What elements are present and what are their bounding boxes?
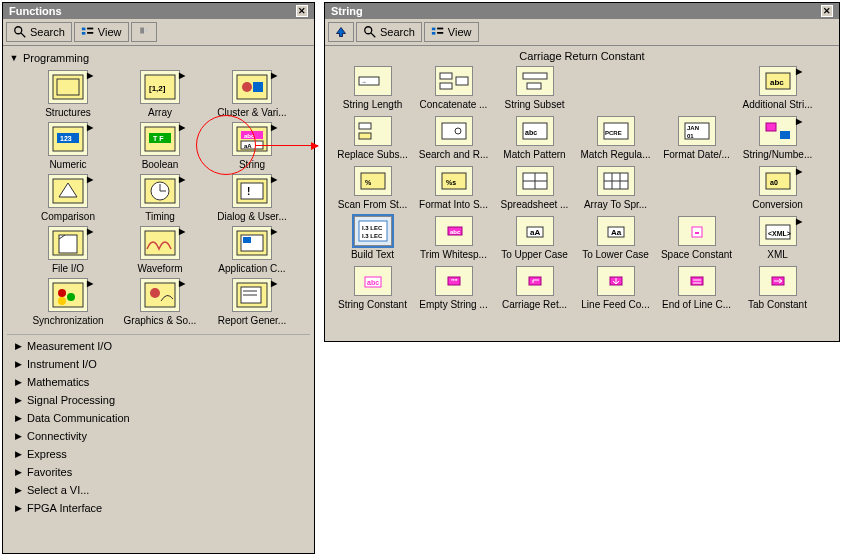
string-item-empty-string[interactable]: "" Empty String ... bbox=[416, 266, 491, 310]
search-button[interactable]: Search bbox=[6, 22, 72, 42]
string-item-replace-subs[interactable]: Replace Subs... bbox=[335, 116, 410, 160]
view-icon bbox=[431, 25, 445, 39]
subpalette-array[interactable]: [1,2] ▶ Array bbox=[117, 70, 203, 118]
pin-button[interactable] bbox=[131, 22, 157, 42]
string-item-string-subset[interactable]: String Subset bbox=[497, 66, 572, 110]
palette-icon: ▶ bbox=[232, 278, 272, 312]
category-label: Select a VI... bbox=[27, 484, 89, 496]
search-icon bbox=[13, 25, 27, 39]
subpalette-file-i-o[interactable]: ▶ File I/O bbox=[25, 226, 111, 274]
category-measurement-i-o[interactable]: Measurement I/O bbox=[7, 337, 310, 355]
palette-label: Tab Constant bbox=[748, 299, 807, 310]
string-item-xml[interactable]: <XML> ▶ XML bbox=[740, 216, 815, 260]
category-select-a-vi[interactable]: Select a VI... bbox=[7, 481, 310, 499]
svg-text:%: % bbox=[365, 179, 372, 186]
svg-text:"": "" bbox=[451, 278, 458, 285]
string-item-conversion[interactable]: a0 ▶ Conversion bbox=[740, 166, 815, 210]
category-signal-processing[interactable]: Signal Processing bbox=[7, 391, 310, 409]
svg-rect-58 bbox=[440, 73, 452, 79]
string-item-concatenate[interactable]: Concatenate ... bbox=[416, 66, 491, 110]
category-data-communication[interactable]: Data Communication bbox=[7, 409, 310, 427]
category-label: Connectivity bbox=[27, 430, 87, 442]
view-button[interactable]: View bbox=[74, 22, 129, 42]
palette-label: Dialog & User... bbox=[217, 211, 286, 222]
string-item-string-numbe[interactable]: ▶ String/Numbe... bbox=[740, 116, 815, 160]
palette-label: Trim Whitesp... bbox=[420, 249, 487, 260]
svg-text:<XML>: <XML> bbox=[768, 230, 791, 237]
string-item-build-text[interactable]: I.3 LECI.3 LEC Build Text bbox=[335, 216, 410, 260]
subpalette-structures[interactable]: ▶ Structures bbox=[25, 70, 111, 118]
svg-line-1 bbox=[21, 33, 25, 37]
string-item-array-to-spr[interactable]: Array To Spr... bbox=[578, 166, 653, 210]
subpalette-graphics-so[interactable]: ▶ Graphics & So... bbox=[117, 278, 203, 326]
search-button[interactable]: Search bbox=[356, 22, 422, 42]
subpalette-timing[interactable]: ▶ Timing bbox=[117, 174, 203, 222]
expand-icon bbox=[13, 467, 23, 477]
category-programming-header[interactable]: Programming bbox=[7, 50, 310, 66]
submenu-arrow-icon: ▶ bbox=[87, 175, 93, 184]
string-item-match-regula[interactable]: PCRE Match Regula... bbox=[578, 116, 653, 160]
subpalette-synchronization[interactable]: ▶ Synchronization bbox=[25, 278, 111, 326]
string-item-additional-stri[interactable]: abc ▶ Additional Stri... bbox=[740, 66, 815, 110]
palette-icon bbox=[678, 216, 716, 246]
palette-label: String Length bbox=[343, 99, 403, 110]
palette-icon: I.3 LECI.3 LEC bbox=[354, 216, 392, 246]
svg-rect-62 bbox=[527, 83, 541, 89]
string-item-carriage-ret[interactable]: Carriage Ret... bbox=[497, 266, 572, 310]
palette-icon: ▶ bbox=[140, 174, 180, 208]
subpalette-numeric[interactable]: 123 ▶ Numeric bbox=[25, 122, 111, 170]
palette-icon: T F ▶ bbox=[140, 122, 180, 156]
svg-rect-61 bbox=[523, 73, 547, 79]
svg-rect-101 bbox=[695, 232, 699, 234]
subpalette-string[interactable]: abcaA ▶ String bbox=[209, 122, 295, 170]
string-item-format-date[interactable]: JAN01 Format Date/... bbox=[659, 116, 734, 160]
string-item-end-of-line-c[interactable]: End of Line C... bbox=[659, 266, 734, 310]
close-icon[interactable]: ✕ bbox=[821, 5, 833, 17]
string-item-spreadsheet[interactable]: Spreadsheet ... bbox=[497, 166, 572, 210]
string-item-line-feed-co[interactable]: Line Feed Co... bbox=[578, 266, 653, 310]
palette-icon bbox=[678, 266, 716, 296]
palette-icon: [1,2] ▶ bbox=[140, 70, 180, 104]
string-item-trim-whitesp[interactable]: abc Trim Whitesp... bbox=[416, 216, 491, 260]
subpalette-comparison[interactable]: ▶ Comparison bbox=[25, 174, 111, 222]
svg-point-45 bbox=[150, 288, 160, 298]
string-item-format-into-s[interactable]: %s Format Into S... bbox=[416, 166, 491, 210]
subpalette-waveform[interactable]: ▶ Waveform bbox=[117, 226, 203, 274]
up-button[interactable] bbox=[328, 22, 354, 42]
palette-icon: ▶ bbox=[140, 226, 180, 260]
functions-toolbar: Search View bbox=[3, 19, 314, 46]
string-item-space-constant[interactable]: Space Constant bbox=[659, 216, 734, 260]
string-item-string-constant[interactable]: abc String Constant bbox=[335, 266, 410, 310]
category-favorites[interactable]: Favorites bbox=[7, 463, 310, 481]
category-fpga-interface[interactable]: FPGA Interface bbox=[7, 499, 310, 517]
palette-label: Match Pattern bbox=[503, 149, 565, 160]
subpalette-report-gener[interactable]: ▶ Report Gener... bbox=[209, 278, 295, 326]
submenu-arrow-icon: ▶ bbox=[271, 71, 277, 80]
view-button[interactable]: View bbox=[424, 22, 479, 42]
subpalette-application-c[interactable]: ▶ Application C... bbox=[209, 226, 295, 274]
subpalette-cluster-vari[interactable]: ▶ Cluster & Vari... bbox=[209, 70, 295, 118]
svg-text:abc: abc bbox=[450, 229, 461, 235]
category-connectivity[interactable]: Connectivity bbox=[7, 427, 310, 445]
string-item-to-lower-case[interactable]: Aa To Lower Case bbox=[578, 216, 653, 260]
svg-text:Aa: Aa bbox=[611, 228, 622, 237]
category-express[interactable]: Express bbox=[7, 445, 310, 463]
string-item-search-and-r[interactable]: Search and R... bbox=[416, 116, 491, 160]
palette-icon: a0 ▶ bbox=[759, 166, 797, 196]
string-item-match-pattern[interactable]: abc Match Pattern bbox=[497, 116, 572, 160]
category-mathematics[interactable]: Mathematics bbox=[7, 373, 310, 391]
string-item-string-length[interactable]: → String Length bbox=[335, 66, 410, 110]
empty-cell bbox=[659, 166, 734, 210]
category-instrument-i-o[interactable]: Instrument I/O bbox=[7, 355, 310, 373]
palette-icon: ▶ bbox=[48, 278, 88, 312]
subpalette-dialog-user[interactable]: ! ▶ Dialog & User... bbox=[209, 174, 295, 222]
close-icon[interactable]: ✕ bbox=[296, 5, 308, 17]
string-title-text: String bbox=[331, 5, 363, 17]
functions-titlebar[interactable]: Functions ✕ bbox=[3, 3, 314, 19]
svg-text:abc: abc bbox=[244, 133, 255, 139]
string-item-scan-from-st[interactable]: % Scan From St... bbox=[335, 166, 410, 210]
string-item-tab-constant[interactable]: Tab Constant bbox=[740, 266, 815, 310]
string-titlebar[interactable]: String ✕ bbox=[325, 3, 839, 19]
subpalette-boolean[interactable]: T F ▶ Boolean bbox=[117, 122, 203, 170]
string-item-to-upper-case[interactable]: aA To Upper Case bbox=[497, 216, 572, 260]
